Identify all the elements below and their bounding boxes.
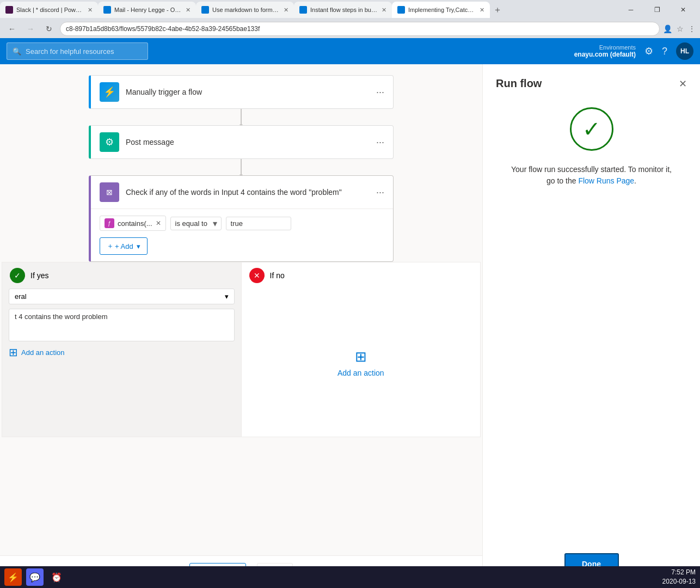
add-icon: ＋ — [107, 241, 114, 251]
condition-row: ƒ contains(... ✕ is equal to — [100, 216, 384, 231]
canvas-scroll[interactable]: ⚡ Manually trigger a flow ··· ⚙ Post mes… — [0, 64, 482, 555]
tab-implementing-close[interactable]: ✕ — [480, 7, 484, 14]
branch-no-icon: ✕ — [249, 268, 265, 283]
trigger-more-icon[interactable]: ··· — [376, 87, 384, 98]
condition-operator-wrap[interactable]: is equal to — [170, 217, 222, 230]
tab-markdown-label: Use markdown to format P... — [212, 7, 279, 13]
add-action-icon: ⊞ — [355, 348, 367, 365]
post-message-card[interactable]: ⚙ Post message ··· — [89, 125, 394, 159]
address-bar[interactable]: c8-897b1a5d8b63/flows/5579b82c-4abe-4b52… — [60, 22, 660, 36]
settings-icon[interactable]: ⚙ — [644, 45, 653, 57]
add-button[interactable]: ＋ + Add ▾ — [100, 237, 148, 255]
close-button[interactable]: ✕ — [671, 2, 696, 18]
connector-1 — [241, 109, 242, 125]
token-close-icon[interactable]: ✕ — [156, 219, 161, 227]
condition-token[interactable]: ƒ contains(... ✕ — [100, 216, 166, 231]
environments-label: Environments — [574, 44, 636, 51]
branch-yes: ✓ If yes eral ▾ t 4 contains the word pr… — [2, 262, 242, 437]
restore-button[interactable]: ❐ — [644, 2, 670, 18]
add-action-left-btn[interactable]: ⊞ Add an action — [2, 346, 241, 365]
tab-mail[interactable]: Mail - Henry Legge - Outlo... ✕ — [98, 2, 196, 18]
post-message-more-icon[interactable]: ··· — [376, 137, 384, 148]
time-display: 7:52 PM — [662, 568, 696, 577]
help-icon[interactable]: ? — [662, 46, 667, 57]
powerapps-icon: ⚡ — [8, 572, 19, 583]
trigger-step-header: ⚡ Manually trigger a flow ··· — [91, 76, 393, 108]
back-button[interactable]: ← — [4, 21, 20, 36]
add-action-btn[interactable]: ⊞ Add an action — [327, 338, 395, 388]
yes-branch-field[interactable]: eral ▾ — [9, 289, 235, 304]
menu-icon[interactable]: ⋮ — [688, 24, 696, 33]
tabs-row: Slack | * discord | Power Au... ✕ Mail -… — [0, 0, 700, 20]
incognito-icon: 👤 — [663, 24, 672, 33]
reload-button[interactable]: ↻ — [41, 21, 57, 36]
run-flow-panel: Run flow ✕ ✓ Your flow run successfully … — [482, 64, 700, 588]
tab-slack-close[interactable]: ✕ — [88, 7, 93, 14]
discord-icon: 💬 — [29, 572, 40, 583]
post-message-title: Post message — [126, 138, 370, 146]
tab-instant-close[interactable]: ✕ — [382, 7, 386, 14]
taskbar-time: 7:52 PM 2020-09-13 — [662, 568, 696, 586]
success-text: Your flow run successfully started. To m… — [496, 164, 687, 187]
search-box[interactable]: 🔍 Search for helpful resources — [7, 42, 148, 60]
condition-card[interactable]: ⊠ Check if any of the words in Input 4 c… — [89, 175, 394, 262]
avatar[interactable]: HL — [676, 42, 693, 60]
minimize-button[interactable]: ─ — [618, 2, 643, 18]
forward-button[interactable]: → — [23, 21, 38, 36]
branch-no-body: ⊞ Add an action — [242, 289, 481, 437]
flow-runs-link[interactable]: Flow Runs Page — [578, 176, 634, 185]
add-chevron-icon: ▾ — [137, 242, 140, 250]
success-check-icon: ✓ — [582, 117, 601, 142]
success-text-1: Your flow run successfully started. To m… — [511, 165, 672, 174]
branch-yes-icon: ✓ — [10, 268, 25, 283]
condition-operator-select[interactable]: is equal to — [170, 217, 222, 230]
tab-instant[interactable]: Instant flow steps in busin... ✕ — [294, 2, 392, 18]
trigger-title: Manually trigger a flow — [126, 88, 370, 96]
trigger-icon-wrap: ⚡ — [100, 82, 119, 102]
add-label: + Add — [115, 242, 133, 250]
condition-header: ⊠ Check if any of the words in Input 4 c… — [91, 176, 393, 209]
tab-mail-close[interactable]: ✕ — [186, 7, 191, 14]
add-row: ＋ + Add ▾ — [100, 237, 384, 255]
date-display: 2020-09-13 — [662, 577, 696, 586]
tab-implementing[interactable]: Implementing Try,Catch an... ✕ — [392, 2, 490, 18]
success-circle: ✓ — [570, 107, 613, 151]
tab-slack[interactable]: Slack | * discord | Power Au... ✕ — [0, 2, 98, 18]
flow-canvas: ⚡ Manually trigger a flow ··· ⚙ Post mes… — [0, 64, 482, 588]
condition-icon: ⊠ — [106, 188, 113, 197]
star-icon[interactable]: ☆ — [677, 24, 684, 33]
search-icon: 🔍 — [13, 47, 21, 56]
success-text-3: . — [634, 176, 636, 185]
taskbar-powerapps-icon[interactable]: ⚡ — [4, 568, 22, 586]
tab-markdown[interactable]: Use markdown to format P... ✕ — [196, 2, 294, 18]
yes-dropdown-icon: ▾ — [225, 292, 229, 301]
yes-text-field[interactable]: t 4 contains the word problem — [9, 309, 235, 341]
condition-body: ƒ contains(... ✕ is equal to — [91, 209, 393, 261]
panel-close-icon[interactable]: ✕ — [679, 78, 687, 90]
panel-title: Run flow — [496, 77, 542, 90]
tab-mail-label: Mail - Henry Legge - Outlo... — [114, 7, 181, 13]
branch-yes-label: If yes — [30, 271, 48, 280]
condition-more-icon[interactable]: ··· — [376, 187, 384, 198]
add-action-left-icon: ⊞ — [9, 346, 18, 359]
implementing-favicon — [397, 6, 405, 14]
condition-value-input[interactable] — [226, 217, 291, 230]
instant-favicon — [299, 6, 307, 14]
success-icon-wrap: ✓ — [496, 107, 687, 151]
branches-container: ✓ If yes eral ▾ t 4 contains the word pr… — [2, 262, 481, 437]
app-header: 🔍 Search for helpful resources Environme… — [0, 38, 700, 64]
post-message-icon-wrap: ⚙ — [100, 132, 119, 152]
browser-chrome: Slack | * discord | Power Au... ✕ Mail -… — [0, 0, 700, 38]
taskbar-discord-icon[interactable]: 💬 — [26, 568, 44, 586]
flow-canvas-inner: ⚡ Manually trigger a flow ··· ⚙ Post mes… — [0, 64, 482, 555]
markdown-favicon — [201, 6, 209, 14]
add-action-left-label: Add an action — [21, 348, 65, 357]
new-tab-button[interactable]: ＋ — [490, 2, 505, 17]
yes-dropdown-value: eral — [15, 292, 27, 301]
success-text-2: go to the — [547, 176, 578, 185]
trigger-step-card[interactable]: ⚡ Manually trigger a flow ··· — [89, 75, 394, 109]
taskbar-clock-icon[interactable]: ⏰ — [48, 568, 65, 586]
tab-markdown-close[interactable]: ✕ — [284, 7, 288, 14]
branch-no: ✕ If no ⊞ Add an action — [242, 262, 481, 437]
post-message-icon: ⚙ — [105, 136, 114, 148]
